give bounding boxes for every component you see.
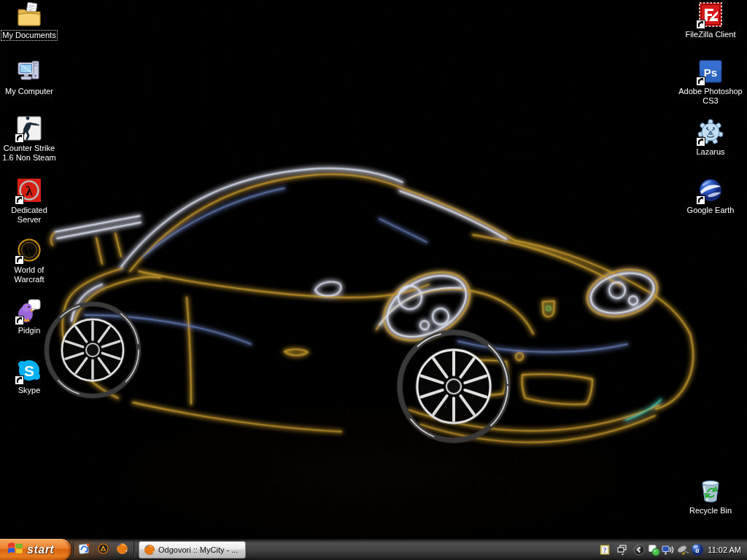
desktop-icon-label: Adobe Photoshop CS3 [678,87,743,106]
start-button[interactable]: start [0,539,71,560]
desktop-icon-label: Dedicated Server [1,206,57,225]
recycle-bin-icon [697,478,724,504]
my-documents-icon [16,1,42,28]
firefox-icon [144,544,155,556]
desktop: My Documents My Computer [0,0,747,538]
svg-text:S: S [24,362,34,379]
desktop-icon-dedicated-server[interactable]: λ Dedicated Server [1,177,58,225]
outlook-express-icon [78,542,90,558]
lazarus-icon [697,119,724,145]
shortcut-arrow-icon [15,376,24,385]
hide-icons-chevron[interactable] [632,542,646,557]
shortcut-arrow-icon [696,77,705,86]
shortcut-arrow-icon [15,255,24,265]
shortcut-arrow-icon [15,133,24,143]
shortcut-arrow-icon [696,137,705,147]
wireless-network-icon[interactable] [661,542,676,557]
desktop-icon-label: My Computer [5,87,53,96]
shortcut-arrow-icon [15,195,24,205]
pidgin-icon [16,298,42,324]
desktop-icon-my-documents[interactable]: My Documents [1,1,58,41]
dedicated-server-icon: λ [16,177,42,203]
filezilla-icon [697,1,724,28]
quick-launch-firefox[interactable] [114,542,130,557]
task-button-label: Odgovori :: MyCity - ... [158,545,241,554]
start-button-label: start [27,543,54,556]
desktop-icon-world-of-warcraft[interactable]: W World of Warcraft [1,237,58,284]
aimp-player-icon [97,542,109,558]
firefox-icon [116,542,128,558]
taskbar-separator [73,542,74,558]
photoshop-icon: Ps [697,58,724,85]
svg-text:W: W [23,244,36,258]
quick-launch-outlook-express[interactable] [76,542,92,557]
desktop-icon-filezilla[interactable]: FileZilla Client [678,1,743,39]
desktop-icon-label: Counter Strike 1.6 Non Steam [1,144,57,163]
desktop-icon-label: Pidgin [18,326,41,335]
desktop-icon-recycle-bin[interactable]: Recycle Bin [678,478,743,516]
desktop-icon-label: Lazarus [696,147,724,157]
task-button-firefox-odgovori[interactable]: Odgovori :: MyCity - ... [139,541,246,559]
toolbar-windows-icon[interactable] [615,542,630,557]
taskbar-separator [133,542,135,558]
world-of-warcraft-icon: W [16,237,42,263]
windows-flag-icon [7,541,23,559]
shortcut-arrow-icon [696,20,705,29]
google-earth-icon [697,177,724,203]
desktop-icon-label: My Documents [1,30,57,41]
hardware-device-icon[interactable] [676,542,690,557]
desktop-icon-lazarus[interactable]: Lazarus [678,119,743,157]
system-tray: ? [597,539,747,560]
desktop-icon-label: FileZilla Client [685,30,735,39]
desktop-icon-skype[interactable]: S Skype [1,357,58,395]
desktop-icon-my-computer[interactable]: My Computer [1,58,58,96]
svg-text:Ps: Ps [704,66,717,79]
desktop-icon-counter-strike[interactable]: Counter Strike 1.6 Non Steam [1,115,58,163]
desktop-icon-pidgin[interactable]: Pidgin [1,298,58,335]
desktop-icon-label: Skype [18,386,41,395]
taskbar-clock[interactable]: 11:02 AM [705,545,747,554]
a-sphere-icon[interactable]: a [690,542,705,557]
wallpaper-neon-car [0,0,747,538]
desktop-icon-google-earth[interactable]: Google Earth [678,177,743,215]
svg-text:a: a [696,546,700,554]
svg-text:?: ? [603,547,607,554]
help-icon[interactable]: ? [597,542,612,557]
desktop-icon-label: Google Earth [687,206,735,215]
desktop-icon-photoshop[interactable]: Ps Adobe Photoshop CS3 [678,58,743,106]
quick-launch-aimp[interactable] [95,542,111,557]
shortcut-arrow-icon [696,195,705,205]
desktop-icon-label: Recycle Bin [689,506,732,516]
chat-status-icon[interactable] [646,542,661,557]
shortcut-arrow-icon [15,316,24,325]
desktop-icon-label: World of Warcraft [1,265,57,284]
taskbar: start [0,538,747,560]
svg-text:λ: λ [26,183,33,198]
my-computer-icon [16,58,42,85]
counter-strike-icon [16,115,42,141]
skype-icon: S [16,357,42,384]
